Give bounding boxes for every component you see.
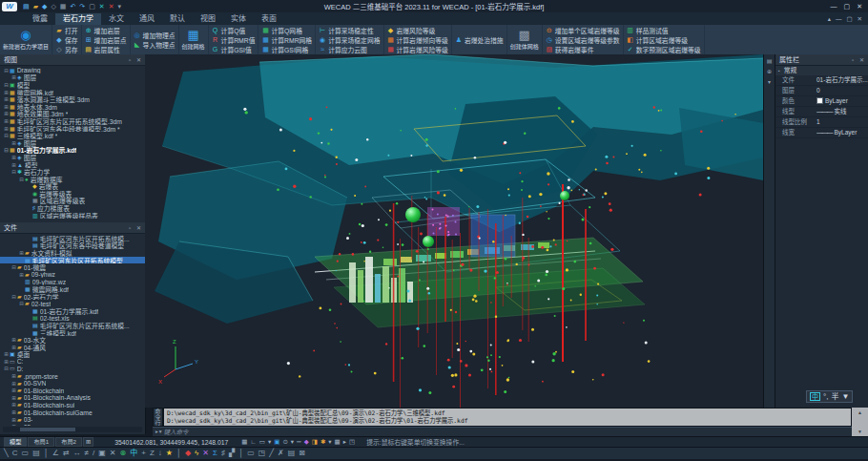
pin-icon[interactable]: ▫ <box>129 57 131 63</box>
draw-tool-icon[interactable]: ⊠ <box>299 450 305 457</box>
save-icon[interactable]: ◆ <box>42 3 47 10</box>
command-input[interactable] <box>164 429 849 435</box>
tree-expander[interactable]: ⊞ <box>3 104 10 110</box>
scrollbar-thumb[interactable] <box>20 428 75 431</box>
layout-tab[interactable]: 模型 <box>4 437 27 447</box>
ribbon-button[interactable]: ◆保存 <box>55 35 78 44</box>
ribbon-button[interactable]: G计算GSI值 <box>212 45 256 53</box>
tree-expander[interactable]: ⊞ <box>3 126 10 132</box>
draw-tool-icon[interactable]: / <box>93 450 94 457</box>
tree-item[interactable]: ⊞▰05-gpu <box>0 423 145 426</box>
ribbon-tab[interactable]: 通风 <box>132 13 162 25</box>
tracking-icon[interactable]: ⊙ <box>282 439 287 446</box>
window-icon[interactable]: ▢ <box>89 3 95 10</box>
undo-icon[interactable]: ↶ <box>70 3 75 10</box>
ribbon-button[interactable]: ✓数字预测区域岩爆等级 <box>627 45 701 53</box>
tree-item[interactable]: ⊞▰09-yhwz <box>0 271 145 279</box>
tree-expander[interactable]: ⊞ <box>10 417 17 423</box>
draw-tool-icon[interactable]: ✕ <box>202 450 209 457</box>
snap-icon[interactable]: ▭ <box>259 439 265 446</box>
ribbon-button[interactable]: ▦计算Q网格 <box>261 26 312 34</box>
tree-expander[interactable]: ⊞ <box>10 155 17 160</box>
dropdown-icon[interactable]: ▾ <box>328 439 331 446</box>
tree-expander[interactable]: ⊟ <box>3 147 10 153</box>
ribbon-button[interactable]: ≈计算应力云图 <box>319 45 380 53</box>
draw-tool-icon[interactable]: ▤ <box>32 450 40 457</box>
draw-tool-icon[interactable]: ♯ <box>221 450 225 457</box>
close-all-icon[interactable]: ✕ <box>109 3 114 10</box>
tree-item[interactable]: ⊞▦地表效果图.3dm * <box>0 111 145 118</box>
ribbon-button[interactable]: ◉计算采场稳定网格 <box>319 35 380 44</box>
tree-item[interactable]: ▤毛坪矿区河东片区开拓系统模... <box>0 235 145 242</box>
tree-expander[interactable]: ⊟ <box>3 68 10 73</box>
tree-expander[interactable]: ⊞ <box>3 359 10 365</box>
property-row[interactable]: 线型———实线 <box>775 107 868 117</box>
ribbon-button[interactable]: ▰打开 <box>55 26 78 34</box>
tree-expander[interactable]: ⊞ <box>10 74 17 80</box>
save-as-icon[interactable]: ◇ <box>51 3 55 10</box>
ribbon-tab[interactable]: 水文 <box>101 13 132 25</box>
tree-expander[interactable]: ⊞ <box>3 96 10 102</box>
command-scrollbar[interactable]: ▲▼ <box>852 408 868 436</box>
maximize-button[interactable]: ▢ <box>844 3 851 10</box>
render-style-button[interactable]: ▼ <box>841 393 849 401</box>
ribbon-button[interactable]: ▦计算岩爆倾向等级 <box>387 35 448 44</box>
draw-tool-icon[interactable]: │ <box>44 450 49 457</box>
tree-item[interactable]: ▤毛坪矿区河东各中段巷道模型 <box>0 242 145 250</box>
tree-item[interactable]: ⊞▦落水洞漏斗三维模型.3dm <box>0 95 145 103</box>
tree-expander[interactable]: ⊞ <box>3 90 10 95</box>
tree-item[interactable]: ⊞▦毛坪矿区河东各中段巷道模型.3dm * <box>0 125 145 133</box>
property-row[interactable]: 颜色ByLayer <box>775 96 868 107</box>
tree-item[interactable]: ⊟▦01-岩石力学展示.kdf <box>0 147 145 155</box>
tree-item[interactable]: ⊞◈图层 <box>0 139 145 147</box>
tree-item[interactable]: ⊟▦三维模型.kdf * <box>0 132 145 139</box>
osnap-icon[interactable]: ▣ <box>274 439 279 446</box>
tree-expander[interactable]: ⊟ <box>3 82 10 88</box>
tree-item[interactable]: ◆岩爆表 <box>0 183 145 191</box>
draw-tool-icon[interactable]: ▣ <box>98 450 106 457</box>
tree-item[interactable]: ⊟●岩爆数据库 <box>0 176 145 183</box>
tree-expander[interactable]: ⊞ <box>10 395 17 401</box>
tree-item[interactable]: ⊞▭C: <box>0 358 145 366</box>
tree-item[interactable]: ▦微震网格.kdf <box>0 285 145 293</box>
grid-toggle-icon[interactable]: ▦ <box>241 439 247 446</box>
viewport-3d[interactable]: Z X Y <box>145 54 763 408</box>
draw-tool-icon[interactable]: ╱ <box>269 450 274 457</box>
tree-item[interactable]: ⊞▰01-Blockchain-sui <box>0 402 145 409</box>
ribbon-button[interactable]: ▦计算RMR网格 <box>261 35 312 44</box>
zoom-icon[interactable]: ⊕ <box>767 69 772 74</box>
draw-tool-icon[interactable]: ≠ <box>85 450 89 457</box>
ribbon-button[interactable]: ◷设置区域岩爆等级参数 <box>546 35 620 44</box>
draw-tool-icon[interactable]: Σ <box>213 450 217 457</box>
tree-item[interactable]: ⊟▦Drawing <box>0 67 145 74</box>
minimize-button[interactable]: — <box>831 3 837 10</box>
tree-expander[interactable]: ⊟ <box>18 177 25 182</box>
tree-item[interactable]: ⊞▦毛坪矿区河东片区开拓系统模型.3dm <box>0 117 145 125</box>
draw-tool-icon[interactable]: ϟ <box>195 450 198 457</box>
doc-pin-button[interactable]: ▴ <box>828 15 831 23</box>
tree-expander[interactable]: ⊞ <box>10 402 17 408</box>
tree-expander[interactable]: ⊞ <box>10 381 17 387</box>
tree-item[interactable]: ⊞▰03- <box>0 416 145 424</box>
close-icon[interactable]: ✕ <box>859 57 864 63</box>
tree-expander[interactable]: ⊞ <box>3 118 10 124</box>
tree-expander[interactable]: ⊞ <box>10 373 17 379</box>
layout-tab[interactable]: 布局2 <box>55 437 82 447</box>
tree-item[interactable]: ▤毛坪矿区河东片区开拓系统模... <box>0 322 145 329</box>
layout-tab[interactable]: 布局1 <box>28 437 54 447</box>
print-icon[interactable]: ▦ <box>60 3 67 10</box>
workspace-icon[interactable]: ▦ <box>335 439 341 446</box>
pin-icon[interactable]: ▫ <box>852 57 854 63</box>
draw-tool-icon[interactable]: ▤ <box>288 450 296 457</box>
doc-close-button[interactable]: ✕ <box>858 15 862 23</box>
ribbon-tab[interactable]: 默认 <box>162 13 193 25</box>
ribbon-button[interactable]: ◆岩爆风险等级 <box>387 26 448 34</box>
close-file-icon[interactable]: ✕ <box>99 3 105 10</box>
tree-item[interactable]: ⊟▰01-微震 <box>0 263 145 271</box>
tree-item[interactable]: ⊞◈图层 <box>0 74 145 82</box>
close-button[interactable]: ✕ <box>857 3 862 10</box>
tree-item[interactable]: ⊟▰02-岩石力学 <box>0 293 145 301</box>
tree-item[interactable]: ⊞◈图层 <box>0 154 145 161</box>
tree-expander[interactable]: ⊟ <box>18 301 25 306</box>
draw-tool-icon[interactable]: ◆ <box>185 450 191 457</box>
